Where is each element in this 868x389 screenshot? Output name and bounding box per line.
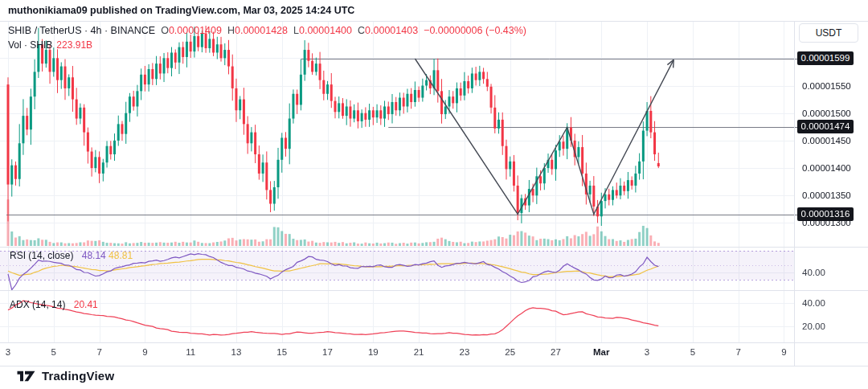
symbol-title[interactable]: SHIB / TetherUS · 4h · BINANCE [8, 25, 155, 36]
rsi-indicator-label[interactable]: RSI (14, close) 48.14 48.81 [10, 250, 133, 261]
adx-axis-label: 40.00 [802, 297, 825, 309]
price-axis-label: 0.00001400 [802, 162, 851, 174]
close-value: 0.00001403 [365, 25, 418, 36]
rsi-axis-label: 40.00 [802, 267, 825, 278]
time-axis-label: 23 [459, 347, 469, 357]
time-axis-label: 5 [690, 347, 695, 357]
time-axis-label: 19 [368, 347, 379, 357]
tradingview-logo-icon [17, 371, 35, 382]
time-axis-label: 17 [322, 347, 333, 357]
time-axis-label: 27 [551, 347, 561, 357]
volume-value: 223.91B [56, 39, 92, 51]
price-axis-label: 0.00001550 [802, 80, 851, 92]
time-axis-label: 21 [414, 347, 424, 357]
time-axis-label: 9 [781, 347, 786, 357]
adx-params: (14, 14) [32, 299, 65, 310]
time-axis-label: 7 [96, 347, 101, 357]
time-axis-label: 11 [186, 347, 195, 357]
tradingview-branding[interactable]: TradingView [17, 369, 114, 383]
time-axis-label: 15 [276, 347, 287, 357]
price-level-badge: 0.00001474 [797, 120, 854, 133]
time-axis[interactable] [0, 343, 794, 366]
price-level-badge: 0.00001599 [797, 51, 854, 65]
open-label: O [161, 25, 169, 36]
time-axis-label: Mar [593, 347, 609, 357]
rsi-ma-value: 48.81 [108, 250, 133, 261]
symbol-info-bar: SHIB / TetherUS · 4h · BINANCEO0.0000140… [8, 25, 526, 36]
chart-canvas[interactable] [0, 0, 868, 389]
time-axis-label: 25 [505, 347, 515, 357]
currency-toggle-button[interactable]: USDT [799, 23, 858, 43]
time-axis-label: 9 [142, 347, 147, 357]
tradingview-wordmark: TradingView [42, 369, 114, 383]
time-axis-label: 7 [735, 347, 740, 357]
open-value: 0.00001409 [169, 25, 222, 36]
price-axis-label: 0.00001350 [802, 190, 851, 201]
price-axis-label: 0.00001450 [802, 135, 851, 146]
rsi-title: RSI [10, 250, 26, 261]
low-value: 0.00001400 [299, 25, 352, 36]
high-value: 0.00001428 [235, 25, 288, 36]
rsi-value: 48.14 [82, 250, 106, 261]
low-label: L [293, 25, 299, 36]
price-level-badge: 0.00001316 [797, 207, 854, 221]
rsi-params: (14, close) [28, 250, 73, 261]
time-axis-label: 3 [6, 347, 10, 357]
tradingview-chart-snapshot: muthonikiama09 published on TradingView.… [0, 0, 868, 389]
adx-indicator-label[interactable]: ADX (14, 14) 20.41 [10, 299, 98, 310]
adx-value: 20.41 [74, 299, 98, 310]
time-axis-label: 3 [645, 347, 649, 357]
change-value: −0.00000006 (−0.43%) [424, 25, 526, 36]
adx-title: ADX [10, 299, 30, 310]
close-label: C [358, 25, 365, 36]
high-label: H [227, 25, 235, 36]
time-axis-label: 13 [231, 347, 242, 357]
time-axis-label: 5 [51, 347, 56, 357]
publish-info: muthonikiama09 published on TradingView.… [8, 0, 354, 21]
volume-label: Vol · SHIB [8, 39, 52, 51]
price-axis[interactable] [795, 21, 868, 342]
price-axis-label: 0.00001500 [802, 108, 851, 119]
volume-readout: Vol · SHIB223.91B [8, 39, 92, 51]
adx-axis-label: 20.00 [802, 321, 825, 332]
